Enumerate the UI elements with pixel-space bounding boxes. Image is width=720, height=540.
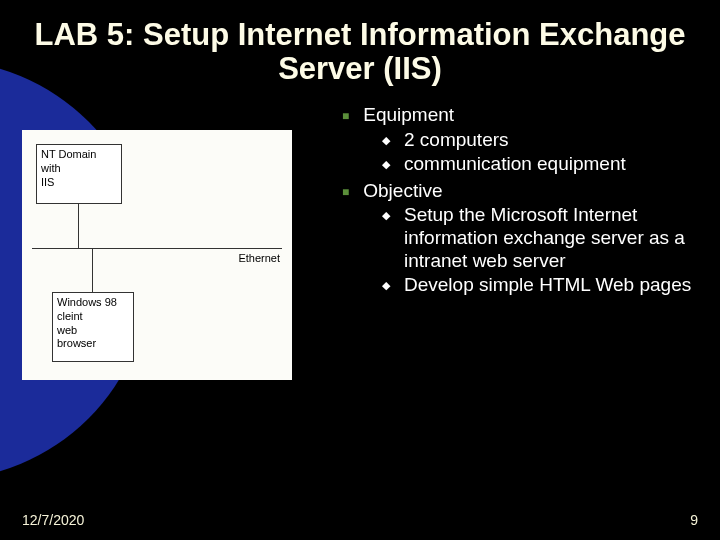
diagram-box2-line4: browser	[57, 337, 129, 351]
diamond-bullet-icon: ◆	[382, 209, 390, 272]
subbullet-commeq: ◆ communication equipment	[382, 153, 692, 176]
diamond-bullet-icon: ◆	[382, 279, 390, 297]
diagram-box1-line2: with	[41, 162, 117, 176]
bullet-label: Objective	[363, 180, 442, 203]
bullet-list: ■ Equipment ◆ 2 computers ◆ communicatio…	[310, 100, 698, 380]
footer-page-number: 9	[690, 512, 698, 528]
subbullet-setup-iis: ◆ Setup the Microsoft Internet informati…	[382, 204, 692, 272]
subbullet-text: Develop simple HTML Web pages	[404, 274, 691, 297]
diagram-bus-line	[32, 248, 282, 249]
diamond-bullet-icon: ◆	[382, 134, 390, 152]
square-bullet-icon: ■	[342, 185, 349, 203]
square-bullet-icon: ■	[342, 109, 349, 127]
slide-title: LAB 5: Setup Internet Information Exchan…	[22, 18, 698, 86]
diagram-box1-line3: IIS	[41, 176, 117, 190]
diagram-box1-line1: NT Domain	[41, 148, 117, 162]
subbullet-text: Setup the Microsoft Internet information…	[404, 204, 692, 272]
diagram-box-client: Windows 98 cleint web browser	[52, 292, 134, 362]
diagram-connector-top	[78, 204, 79, 248]
diagram-connector-bottom	[92, 248, 93, 292]
diagram-box2-line2: cleint	[57, 310, 129, 324]
slide: LAB 5: Setup Internet Information Exchan…	[0, 0, 720, 540]
bullet-label: Equipment	[363, 104, 454, 127]
slide-footer: 12/7/2020 9	[22, 512, 698, 528]
bullet-equipment: ■ Equipment	[342, 104, 692, 127]
bullet-objective: ■ Objective	[342, 180, 692, 203]
network-diagram: NT Domain with IIS Ethernet Windows 98 c…	[22, 130, 292, 380]
footer-date: 12/7/2020	[22, 512, 84, 528]
subbullet-text: communication equipment	[404, 153, 626, 176]
subbullet-develop-html: ◆ Develop simple HTML Web pages	[382, 274, 692, 297]
subbullet-2computers: ◆ 2 computers	[382, 129, 692, 152]
diagram-box-nt-domain: NT Domain with IIS	[36, 144, 122, 204]
content-row: NT Domain with IIS Ethernet Windows 98 c…	[22, 100, 698, 380]
subbullet-text: 2 computers	[404, 129, 509, 152]
diamond-bullet-icon: ◆	[382, 158, 390, 176]
diagram-ethernet-label: Ethernet	[238, 252, 280, 264]
diagram-box2-line3: web	[57, 324, 129, 338]
diagram-box2-line1: Windows 98	[57, 296, 129, 310]
